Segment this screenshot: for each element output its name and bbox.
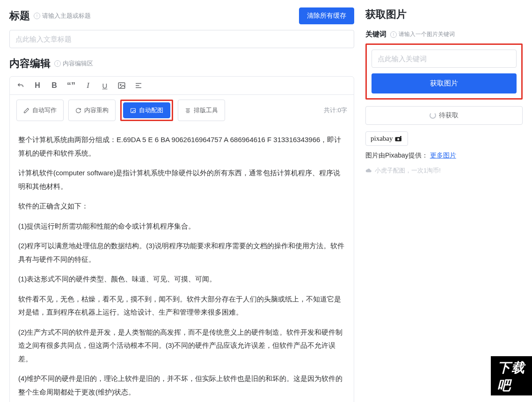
paragraph: (1)提供运行时所需功能和性能的命令或计算机程序集合。 <box>18 220 345 233</box>
heading-icon[interactable]: H <box>33 81 42 90</box>
svg-point-11 <box>397 138 400 140</box>
spinner-icon <box>430 112 436 119</box>
info-icon: ! <box>54 60 61 67</box>
quote-icon[interactable]: “” <box>67 81 75 90</box>
auto-image-highlight: 自动配图 <box>120 100 173 121</box>
pixabay-badge: pixabay <box>365 131 408 146</box>
more-images-link[interactable]: 更多图片 <box>430 151 456 159</box>
align-icon[interactable] <box>134 81 143 90</box>
paragraph: (2)程序可以满意地处理信息的数据结构。(3)说明程序功能要求和程序需要的文档的… <box>18 239 345 266</box>
paragraph: (4)维护不同的硬件是旧的，理论上软件是旧的，并不坏，但实际上软件也是旧的和坏的… <box>18 372 345 399</box>
paragraph: 软件的正确含义如下： <box>18 200 345 213</box>
paragraph: (2)生产方式不同的软件是开发，是人类智能的高发挥，而不是传统意义上的硬件制造。… <box>18 326 345 366</box>
layout-tool-button[interactable]: 排版工具 <box>178 100 225 121</box>
auto-image-button[interactable]: 自动配图 <box>123 102 170 118</box>
auto-write-button[interactable]: 自动写作 <box>16 100 64 121</box>
keyword-header: 关键词 ! 请输入一个图片关键词 <box>365 30 523 39</box>
info-icon: ! <box>390 31 397 38</box>
camera-icon <box>394 136 403 142</box>
svg-rect-12 <box>400 136 401 137</box>
picture-icon <box>130 108 136 114</box>
undo-icon[interactable] <box>16 81 25 90</box>
sidebar: 获取图片 关键词 ! 请输入一个图片关键词 获取图片 待获取 pixabay 图… <box>365 7 523 395</box>
format-toolbar: H B “” I U <box>10 77 354 95</box>
action-toolbar: 自动写作 内容重构 自动配图 排版工具 <box>10 95 354 126</box>
title-hint: ! 请输入主题或标题 <box>34 12 91 20</box>
attribution: 图片由Pixabay提供： 更多图片 <box>365 151 523 160</box>
paragraph: (1)表达形式不同的硬件类型、颜色、味道、可见、可摸、可闻。 <box>18 273 345 286</box>
refresh-icon <box>75 108 81 114</box>
keyword-hint: ! 请输入一个图片关键词 <box>390 30 455 38</box>
paragraph: 计算机软件(computer software)是指计算机系统中除硬件以外的所有… <box>18 166 345 193</box>
keyword-input[interactable] <box>372 50 517 68</box>
content-label: 内容编辑 <box>9 57 51 71</box>
get-image-title: 获取图片 <box>365 7 523 22</box>
image-icon[interactable] <box>117 81 126 90</box>
layout-icon <box>185 108 191 114</box>
info-icon: ! <box>34 13 40 19</box>
paragraph: 软件看不见，无色，枯燥，看不见，摸不到，闻不到。软件大部分存在于人们的头脑或纸上… <box>18 293 345 319</box>
bold-icon[interactable]: B <box>50 81 58 90</box>
editor: H B “” I U 自动写作 内容重构 <box>9 76 354 402</box>
footer-note: 小虎子配图，一次1淘币! <box>365 166 523 175</box>
content-hint: ! 内容编辑区 <box>54 59 93 68</box>
svg-point-1 <box>120 84 121 85</box>
pencil-icon <box>23 108 29 114</box>
word-count: 共计:0字 <box>324 106 347 115</box>
keyword-label: 关键词 <box>365 30 386 39</box>
paragraph: 整个计算机系统由两部分组成：E.69DA 5 E 6 BA 9062616964… <box>18 133 345 160</box>
underline-icon[interactable]: U <box>101 81 109 90</box>
restructure-button[interactable]: 内容重构 <box>68 100 116 121</box>
get-image-button[interactable]: 获取图片 <box>372 73 517 93</box>
content-body[interactable]: 整个计算机系统由两部分组成：E.69DA 5 E 6 BA 9062616964… <box>10 126 354 402</box>
keyword-highlight-box: 获取图片 <box>365 43 523 100</box>
italic-icon[interactable]: I <box>84 81 92 90</box>
main-column: 标题 ! 请输入主题或标题 清除所有缓存 内容编辑 ! 内容编辑区 H <box>9 7 354 395</box>
title-header: 标题 ! 请输入主题或标题 清除所有缓存 <box>9 7 354 24</box>
cloud-icon <box>365 167 372 174</box>
title-input[interactable] <box>9 30 354 48</box>
fetch-status: 待获取 <box>365 106 523 125</box>
clear-cache-button[interactable]: 清除所有缓存 <box>299 7 354 24</box>
watermark: 下载吧 www.xiazaiba.com <box>491 390 532 395</box>
title-label: 标题 <box>9 9 30 23</box>
